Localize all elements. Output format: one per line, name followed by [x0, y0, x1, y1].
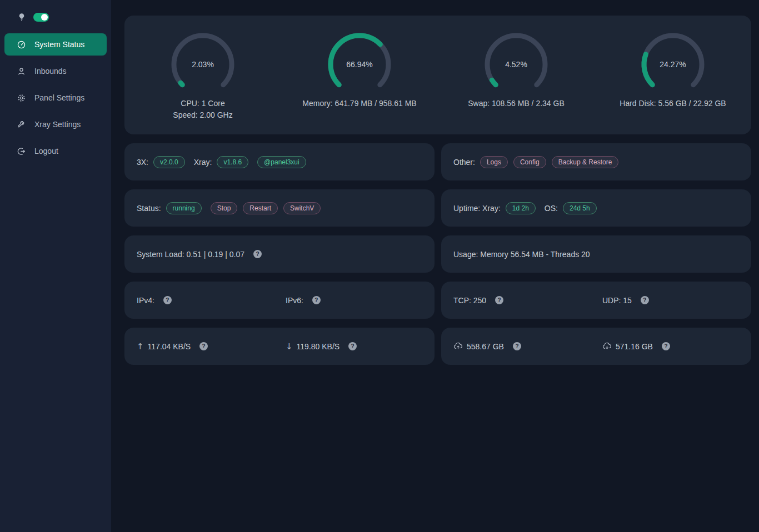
help-icon[interactable]: ? [495, 296, 503, 304]
system-load-text: System Load: 0.51 | 0.19 | 0.07 [137, 250, 244, 259]
os-uptime-badge: 24d 5h [563, 202, 597, 214]
gauge-percent: 4.52% [483, 31, 550, 98]
download-total-block: 571.16 GB ? [602, 342, 751, 351]
sidebar-item-label: System Status [34, 40, 84, 49]
gauge-percent: 2.03% [169, 31, 236, 98]
sidebar-item-system-status[interactable]: System Status [4, 33, 107, 56]
upload-total-block: 558.67 GB ? [453, 342, 602, 351]
theme-toggle-row [0, 12, 111, 33]
gauges-card: 2.03% CPU: 1 Core Speed: 2.00 GHz 66.94%… [124, 16, 751, 134]
upload-speed-value: 117.04 KB/S [148, 342, 191, 351]
sidebar-item-panel-settings[interactable]: Panel Settings [4, 87, 107, 109]
dashboard-icon [17, 40, 26, 49]
help-icon[interactable]: ? [662, 342, 670, 350]
usage-card: Usage: Memory 56.54 MB - Threads 20 [441, 235, 751, 273]
gauge-label: Hard Disk: 5.56 GB / 22.92 GB [595, 98, 751, 109]
status-badge: running [166, 202, 202, 214]
other-label: Other: [453, 158, 475, 167]
gauge-cpu: 2.03% CPU: 1 Core Speed: 2.00 GHz [124, 31, 281, 121]
download-speed-block: ↓ 119.80 KB/S ? [286, 342, 435, 352]
ipv4-label: IPv4: [137, 296, 154, 305]
upload-speed-block: ↑ 117.04 KB/S ? [137, 342, 286, 352]
cloud-download-icon [602, 342, 612, 351]
xray-version-label: Xray: [194, 158, 212, 167]
ipv6-label: IPv6: [286, 296, 303, 305]
telegram-tag[interactable]: @panel3xui [257, 156, 306, 168]
usage-text: Usage: Memory 56.54 MB - Threads 20 [453, 250, 590, 259]
version-card: 3X: v2.0.0 Xray: v1.8.6 @panel3xui [124, 143, 435, 180]
config-button[interactable]: Config [513, 156, 546, 168]
ipv4-block: IPv4: ? [137, 296, 286, 305]
udp-block: UDP: 15 ? [602, 296, 751, 305]
wrench-icon [17, 120, 26, 129]
cloud-upload-icon [453, 342, 463, 351]
help-icon[interactable]: ? [513, 342, 521, 350]
tcp-block: TCP: 250 ? [453, 296, 602, 305]
upload-arrow-icon: ↑ [137, 342, 144, 352]
speed-card: ↑ 117.04 KB/S ? ↓ 119.80 KB/S ? [124, 328, 435, 365]
gauge-percent: 24.27% [640, 31, 706, 98]
gauge-label: Memory: 641.79 MB / 958.61 MB [281, 98, 438, 109]
logs-button[interactable]: Logs [480, 156, 508, 168]
sidebar-item-logout[interactable]: Logout [4, 140, 107, 162]
main-content: 2.03% CPU: 1 Core Speed: 2.00 GHz 66.94%… [111, 0, 759, 532]
stop-button[interactable]: Stop [211, 202, 238, 214]
backup-restore-button[interactable]: Backup & Restore [552, 156, 619, 168]
tcp-count: TCP: 250 [453, 296, 486, 305]
panel-version-label: 3X: [137, 158, 148, 167]
help-icon[interactable]: ? [163, 296, 172, 304]
sidebar-item-label: Panel Settings [34, 93, 84, 102]
sidebar-item-label: Inbounds [34, 67, 67, 76]
logout-icon [17, 147, 26, 156]
sidebar-menu: System Status Inbounds Panel Settings Xr… [0, 33, 111, 162]
uptime-xray-label: Uptime: Xray: [453, 204, 501, 213]
download-total-value: 571.16 GB [616, 342, 653, 351]
gauge-label: CPU: 1 Core [124, 98, 281, 109]
gauge-percent: 66.94% [326, 31, 393, 98]
udp-count: UDP: 15 [602, 296, 632, 305]
switch-version-button[interactable]: SwitchV [283, 202, 321, 214]
download-arrow-icon: ↓ [286, 342, 293, 352]
sidebar: System Status Inbounds Panel Settings Xr… [0, 0, 111, 532]
toggle-knob [41, 14, 48, 21]
theme-toggle[interactable] [33, 13, 49, 22]
status-card: Status: running Stop Restart SwitchV [124, 189, 435, 227]
xray-version-tag[interactable]: v1.8.6 [217, 156, 248, 168]
gauge-label: Swap: 108.56 MB / 2.34 GB [438, 98, 595, 109]
connections-card: TCP: 250 ? UDP: 15 ? [441, 282, 751, 319]
gauge-label: Speed: 2.00 GHz [124, 109, 281, 121]
uptime-os-label: OS: [545, 204, 558, 213]
upload-total-value: 558.67 GB [467, 342, 504, 351]
help-icon[interactable]: ? [641, 296, 649, 304]
help-icon[interactable]: ? [253, 250, 262, 258]
sidebar-item-inbounds[interactable]: Inbounds [4, 60, 107, 82]
sidebar-item-xray-settings[interactable]: Xray Settings [4, 113, 107, 135]
system-load-card: System Load: 0.51 | 0.19 | 0.07 ? [124, 235, 435, 273]
ip-card: IPv4: ? IPv6: ? [124, 282, 435, 319]
other-card: Other: Logs Config Backup & Restore [441, 143, 751, 180]
gear-icon [17, 93, 26, 103]
traffic-card: 558.67 GB ? 571.16 GB ? [441, 328, 751, 365]
download-speed-value: 119.80 KB/S [297, 342, 340, 351]
ipv6-block: IPv6: ? [286, 296, 435, 305]
bulb-icon [17, 12, 27, 22]
panel-version-tag[interactable]: v2.0.0 [153, 156, 185, 168]
xray-uptime-badge: 1d 2h [506, 202, 536, 214]
restart-button[interactable]: Restart [243, 202, 278, 214]
help-icon[interactable]: ? [199, 342, 208, 350]
gauge-memory: 66.94% Memory: 641.79 MB / 958.61 MB [281, 31, 438, 109]
gauge-hard-disk: 24.27% Hard Disk: 5.56 GB / 22.92 GB [595, 31, 751, 109]
sidebar-item-label: Xray Settings [34, 120, 81, 129]
help-icon[interactable]: ? [348, 342, 357, 350]
sidebar-item-label: Logout [34, 147, 58, 155]
help-icon[interactable]: ? [312, 296, 321, 304]
uptime-card: Uptime: Xray: 1d 2h OS: 24d 5h [441, 189, 751, 227]
status-label: Status: [137, 204, 161, 213]
user-icon [17, 67, 26, 76]
gauge-swap: 4.52% Swap: 108.56 MB / 2.34 GB [438, 31, 595, 109]
